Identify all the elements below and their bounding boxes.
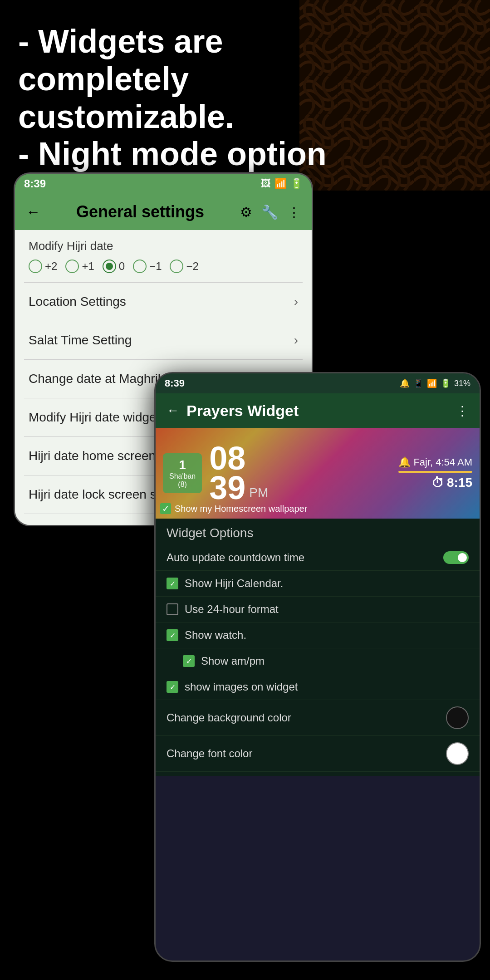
- hijri-calendar-label: Show Hijri Calendar.: [185, 577, 283, 590]
- notif-icon: 🔔: [400, 378, 410, 388]
- phone2-more-icon[interactable]: ⋮: [456, 403, 469, 418]
- show-watch-label: Show watch.: [185, 629, 246, 642]
- show-ampm-option[interactable]: ✓ Show am/pm: [156, 648, 480, 674]
- phone1-status-bar: 8:39 🖼 📶 🔋: [15, 174, 312, 194]
- header-line4: - Night mode option: [18, 135, 336, 173]
- radio-minus2[interactable]: −2: [170, 260, 198, 273]
- widget-date-month: Sha'ban: [169, 472, 196, 480]
- salat-time-label: Salat Time Setting: [29, 333, 132, 348]
- widget-options-section: Widget Options Auto update countdown tim…: [156, 519, 480, 776]
- phone2-status-bar: 8:39 🔔 📱 📶 🔋 31%: [156, 373, 480, 393]
- hijri-radio-group: +2 +1 0 −1 −2: [29, 260, 298, 273]
- radio-label-plus2: +2: [45, 260, 57, 273]
- radio-circle-minus2: [170, 260, 183, 273]
- 24hr-checkbox[interactable]: [167, 603, 178, 615]
- prayer-name: Fajr, 4:54 AM: [413, 456, 472, 468]
- ampm-label: Show am/pm: [201, 655, 265, 667]
- header-line2: completely: [18, 60, 336, 98]
- salat-time-chevron: ›: [294, 333, 298, 348]
- phone1-title: General settings: [49, 202, 231, 221]
- header-line1: - Widgets are: [18, 23, 336, 60]
- countdown-icon: ⏱: [431, 475, 444, 490]
- location-settings-row[interactable]: Location Settings ›: [15, 283, 312, 321]
- change-font-color-option[interactable]: Change font color: [156, 736, 480, 772]
- radio-label-minus1: −1: [149, 260, 162, 273]
- widget-time-area: 08 39 PM: [209, 444, 391, 503]
- phone2-signal-icon: 📶: [427, 378, 437, 388]
- radio-label-minus2: −2: [186, 260, 198, 273]
- hijri-calendar-checkbox[interactable]: ✓: [167, 578, 178, 589]
- show-images-label: show images on widget: [185, 681, 298, 693]
- font-color-circle[interactable]: [446, 742, 469, 765]
- show-watch-checkbox[interactable]: ✓: [167, 629, 178, 641]
- phone1-wrench-icon[interactable]: 🔧: [261, 204, 278, 220]
- phone2-toolbar: ← Prayers Widget ⋮: [156, 393, 480, 428]
- phone1-settings-icon[interactable]: ⚙: [240, 204, 252, 220]
- radio-zero[interactable]: 0: [103, 260, 125, 273]
- radio-plus1[interactable]: +1: [65, 260, 94, 273]
- widget-prayer-area: 🔔 Fajr, 4:54 AM ⏱ 8:15: [398, 456, 472, 490]
- phone2-time: 8:39: [165, 377, 185, 389]
- phone2-prayers-widget: 8:39 🔔 📱 📶 🔋 31% ← Prayers Widget ⋮ 1 Sh…: [154, 372, 481, 962]
- widget-time-period: PM: [249, 485, 268, 503]
- modify-hijri-widget-label: Modify Hijri date widget: [29, 410, 160, 425]
- change-bg-color-label: Change background color: [167, 711, 291, 724]
- modify-hijri-title: Modify Hijri date: [29, 239, 298, 253]
- phone2-battery-icon: 🔋: [441, 378, 451, 388]
- location-settings-chevron: ›: [294, 294, 298, 309]
- auto-update-label: Auto update countdown time: [167, 551, 304, 564]
- radio-label-zero: 0: [119, 260, 125, 273]
- show-watch-option[interactable]: ✓ Show watch.: [156, 622, 480, 648]
- radio-circle-zero: [103, 260, 116, 273]
- 24hr-label: Use 24-hour format: [185, 603, 279, 616]
- modify-hijri-section: Modify Hijri date +2 +1 0 −1: [15, 230, 312, 282]
- show-images-checkbox[interactable]: ✓: [167, 681, 178, 693]
- auto-update-option[interactable]: Auto update countdown time: [156, 545, 480, 571]
- location-settings-label: Location Settings: [29, 294, 126, 309]
- radio-minus1[interactable]: −1: [133, 260, 162, 273]
- radio-circle-plus1: [65, 260, 79, 273]
- phone1-more-icon[interactable]: ⋮: [287, 204, 301, 220]
- prayer-bell-icon: 🔔: [398, 456, 411, 468]
- widget-options-title: Widget Options: [156, 519, 480, 545]
- radio-circle-plus2: [29, 260, 42, 273]
- more-notif-icon: 📱: [413, 378, 423, 388]
- widget-date-num: 1: [169, 458, 196, 472]
- show-images-option[interactable]: ✓ show images on widget: [156, 674, 480, 700]
- widget-preview: 1 Sha'ban (8) 08 39 PM 🔔 Fajr, 4:54 AM: [156, 428, 480, 519]
- widget-date-sub: (8): [169, 480, 196, 489]
- countdown-value: 8:15: [447, 475, 472, 490]
- show-hijri-option[interactable]: ✓ Show Hijri Calendar.: [156, 571, 480, 597]
- phone2-battery-percent: 31%: [454, 379, 470, 388]
- widget-wallpaper-checkbox-row: ✓ Show my Homescreen wallpaper: [160, 503, 307, 514]
- widget-time-hour: 08: [209, 444, 245, 473]
- use-24hr-option[interactable]: Use 24-hour format: [156, 597, 480, 622]
- phone2-title: Prayers Widget: [186, 402, 449, 420]
- change-font-color-label: Change font color: [167, 747, 252, 760]
- phone1-time: 8:39: [24, 177, 46, 190]
- phone2-back-button[interactable]: ←: [167, 403, 179, 418]
- radio-plus2[interactable]: +2: [29, 260, 57, 273]
- widget-time-minute: 39: [209, 473, 245, 503]
- image-icon: 🖼: [261, 178, 271, 190]
- wifi-icon: 📶: [274, 178, 287, 190]
- phone1-toolbar: ← General settings ⚙ 🔧 ⋮: [15, 194, 312, 230]
- phone1-back-button[interactable]: ←: [26, 204, 40, 220]
- header-line3: customizable.: [18, 98, 336, 136]
- header-text: - Widgets are completely customizable. -…: [0, 9, 354, 186]
- wallpaper-checkbox[interactable]: ✓: [160, 503, 171, 514]
- wallpaper-label: Show my Homescreen wallpaper: [175, 504, 307, 514]
- radio-circle-minus1: [133, 260, 147, 273]
- ampm-checkbox[interactable]: ✓: [183, 655, 195, 667]
- radio-label-plus1: +1: [82, 260, 94, 273]
- battery-icon: 🔋: [290, 178, 303, 190]
- salat-time-row[interactable]: Salat Time Setting ›: [15, 321, 312, 359]
- auto-update-toggle[interactable]: [443, 551, 469, 564]
- bg-color-circle[interactable]: [446, 706, 469, 729]
- widget-date-box: 1 Sha'ban (8): [163, 453, 202, 493]
- change-bg-color-option[interactable]: Change background color: [156, 700, 480, 736]
